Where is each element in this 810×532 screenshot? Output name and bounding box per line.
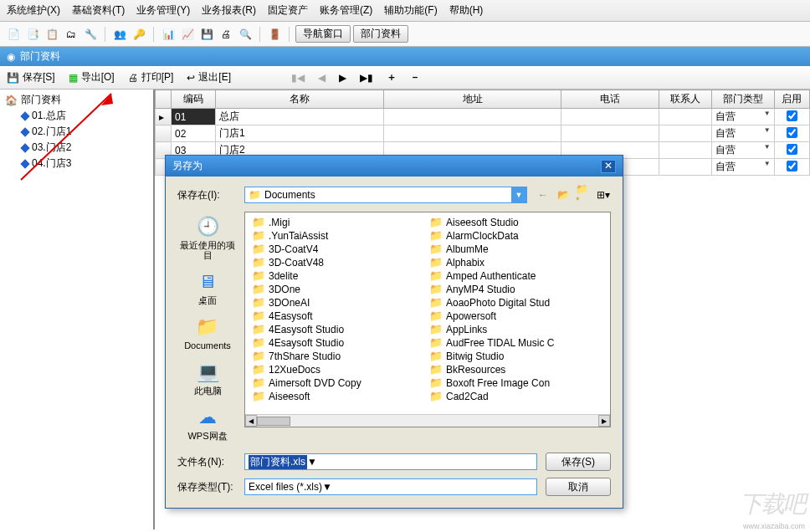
chevron-down-icon[interactable]: ▼ (307, 456, 317, 468)
list-item[interactable]: 📁3DOneAI (250, 296, 428, 309)
scroll-right-icon[interactable]: ▶ (598, 415, 610, 427)
list-item[interactable]: 📁AlarmClockData (428, 229, 605, 242)
nav-add[interactable]: ＋ (387, 70, 397, 84)
tb-icon-9[interactable]: 📈 (179, 26, 196, 43)
menu-aux[interactable]: 辅助功能(F) (384, 3, 437, 18)
nav-window-button[interactable]: 导航窗口 (295, 25, 351, 43)
back-icon[interactable]: ← (536, 187, 551, 202)
filename-field[interactable]: 部门资料.xls ▼ (244, 453, 537, 470)
place-desktop[interactable]: 🖥 桌面 (193, 267, 222, 309)
export-button[interactable]: ▦导出[O] (69, 70, 115, 84)
list-item[interactable]: 📁BkResources (428, 363, 605, 376)
chevron-down-icon[interactable]: ▼ (511, 187, 526, 202)
list-item[interactable]: 📁Aiseesoft (250, 390, 428, 402)
tb-icon-3[interactable]: 📋 (44, 26, 60, 43)
menu-business[interactable]: 业务管理(Y) (136, 3, 190, 18)
list-item[interactable]: 📁12XueDocs (250, 363, 428, 376)
col-tel[interactable]: 电话 (561, 90, 659, 109)
list-item[interactable]: 📁.Migi (250, 216, 428, 228)
list-item[interactable]: 📁Bitwig Studio (428, 350, 605, 362)
list-item[interactable]: 📁3D-CoatV48 (250, 256, 428, 269)
tree-root[interactable]: 🏠 部门资料 (5, 93, 148, 107)
tb-icon-2[interactable]: 📑 (24, 26, 41, 43)
list-item[interactable]: 📁Cad2Cad (428, 390, 605, 402)
list-item[interactable]: 📁AudFree TIDAL Music C (428, 336, 605, 349)
list-item[interactable]: 📁Amped Authenticate (428, 269, 605, 282)
tree-item-3[interactable]: 04.门店3 (5, 156, 148, 171)
list-item[interactable]: 📁AppLinks (428, 323, 605, 335)
enable-check[interactable] (787, 144, 797, 155)
nav-prev[interactable]: ◀ (318, 72, 326, 84)
list-item[interactable]: 📁3delite (250, 269, 428, 282)
list-item[interactable]: 📁4Esaysoft Studio (250, 336, 428, 349)
list-item[interactable]: 📁4Easysoft Studio (250, 323, 428, 335)
list-item[interactable]: 📁Boxoft Free Image Con (428, 376, 605, 389)
tb-icon-6[interactable]: 👥 (111, 26, 128, 43)
place-recent[interactable]: 🕘 最近使用的项目 (177, 212, 238, 263)
tb-icon-5[interactable]: 🔧 (82, 26, 99, 43)
tb-icon-12[interactable]: 🔍 (237, 26, 254, 43)
place-thispc[interactable]: 💻 此电脑 (193, 357, 222, 399)
menu-account[interactable]: 账务管理(Z) (320, 3, 372, 18)
tree-item-0[interactable]: 01.总店 (5, 109, 148, 123)
chevron-down-icon[interactable]: ▼ (322, 481, 332, 493)
up-icon[interactable]: 📂 (556, 187, 571, 202)
menu-help[interactable]: 帮助(H) (449, 3, 484, 18)
list-item[interactable]: 📁AoaoPhoto Digital Stud (428, 296, 605, 309)
tb-icon-10[interactable]: 💾 (198, 26, 215, 43)
tree-item-2[interactable]: 03.门店2 (5, 141, 148, 155)
back-icon[interactable]: ◉ (7, 51, 15, 63)
enable-check[interactable] (787, 110, 797, 121)
nav-first[interactable]: ▮◀ (291, 72, 305, 84)
tree-item-1[interactable]: 02.门店1 (5, 125, 148, 139)
scroll-left-icon[interactable]: ◀ (245, 415, 257, 427)
nav-remove[interactable]: － (410, 70, 420, 84)
enable-check[interactable] (787, 161, 797, 171)
list-item[interactable]: 📁7thShare Studio (250, 350, 428, 362)
list-item[interactable]: 📁AnyMP4 Studio (428, 283, 605, 295)
print-button[interactable]: 🖨打印[P] (128, 70, 174, 84)
filetype-field[interactable]: Excel files (*.xls) ▼ (244, 478, 537, 495)
tb-icon-11[interactable]: 🖨 (218, 26, 234, 43)
tb-icon-8[interactable]: 📊 (160, 26, 177, 43)
dept-data-button[interactable]: 部门资料 (353, 25, 408, 43)
col-enabled[interactable]: 启用 (774, 90, 809, 109)
col-contact[interactable]: 联系人 (659, 90, 712, 109)
enable-check[interactable] (787, 127, 797, 138)
col-code[interactable]: 编码 (172, 90, 216, 109)
menu-report[interactable]: 业务报表(R) (202, 3, 256, 18)
scrollbar-horizontal[interactable]: ◀ ▶ (245, 414, 610, 427)
col-name[interactable]: 名称 (216, 90, 384, 109)
col-addr[interactable]: 地址 (384, 90, 561, 109)
list-item[interactable]: 📁Aiseesoft Studio (428, 216, 605, 228)
list-item[interactable]: 📁3DOne (250, 283, 428, 295)
list-item[interactable]: 📁.YunTaiAssist (250, 229, 428, 242)
place-documents[interactable]: 📁 Documents (184, 312, 231, 354)
cancel-button[interactable]: 取消 (546, 478, 611, 496)
new-folder-icon[interactable]: 📁* (576, 187, 591, 202)
list-item[interactable]: 📁Aimersoft DVD Copy (250, 376, 428, 389)
tb-icon-7[interactable]: 🔑 (131, 26, 147, 43)
list-item[interactable]: 📁4Easysoft (250, 309, 428, 322)
save-button[interactable]: 💾保存[S] (7, 70, 55, 84)
exit-button[interactable]: ↩退出[E] (187, 70, 231, 84)
dialog-titlebar[interactable]: 另存为 ✕ (166, 156, 623, 176)
list-item[interactable]: 📁AlbumMe (428, 243, 605, 255)
view-icon[interactable]: ⊞▾ (596, 187, 611, 202)
tb-icon-4[interactable]: 🗂 (63, 26, 79, 43)
file-list[interactable]: 📁.Migi📁.YunTaiAssist📁3D-CoatV4📁3D-CoatV4… (244, 212, 611, 427)
menu-basic[interactable]: 基础资料(T) (72, 3, 125, 18)
list-item[interactable]: 📁3D-CoatV4 (250, 243, 428, 255)
list-item[interactable]: 📁Apowersoft (428, 309, 605, 322)
nav-last[interactable]: ▶▮ (360, 72, 373, 84)
tb-icon-exit[interactable]: 🚪 (266, 26, 283, 43)
save-button[interactable]: 保存(S) (546, 453, 611, 471)
nav-next[interactable]: ▶ (339, 72, 346, 84)
place-wps[interactable]: ☁ WPS网盘 (187, 402, 227, 444)
tb-icon-1[interactable]: 📄 (5, 26, 22, 43)
close-icon[interactable]: ✕ (601, 160, 616, 173)
list-item[interactable]: 📁Alphabix (428, 256, 605, 269)
menu-system[interactable]: 系统维护(X) (7, 3, 60, 18)
col-type[interactable]: 部门类型 (712, 90, 774, 109)
menu-fixed-asset[interactable]: 固定资产 (268, 3, 308, 18)
